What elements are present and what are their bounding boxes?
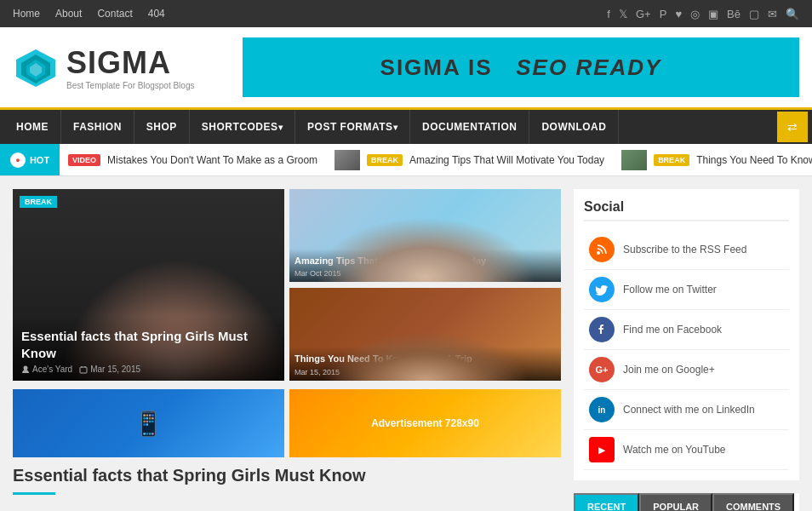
ipod-ad[interactable] — [13, 389, 284, 457]
top-social-icons: f 𝕏 G+ P ♥ ◎ ▣ Bē ▢ ✉ 🔍 — [607, 8, 799, 20]
social-twitter[interactable]: Follow me on Twitter — [584, 270, 789, 310]
youtube-social-icon: ▶ — [589, 437, 615, 462]
ticker-hot-label: ● HOT — [0, 144, 60, 176]
random-button[interactable]: ⇄ — [777, 112, 808, 142]
tabs-section: RECENT POPULAR COMMENTS Essential facts … — [574, 493, 799, 511]
twitter-social-icon — [589, 277, 615, 302]
nav-main-documentation[interactable]: DOCUMENTATION — [410, 110, 529, 144]
facebook-label: Find me on Facebook — [623, 324, 722, 336]
rss-label: Subscribe to the RSS Feed — [623, 244, 746, 256]
svg-point-8 — [597, 251, 600, 255]
twitter-label: Follow me on Twitter — [623, 284, 717, 296]
ticker-items: VIDEO Mistakes You Don't Want To Make as… — [68, 150, 812, 170]
nav-main-download[interactable]: DOWNLOAD — [529, 110, 619, 144]
calendar-icon — [79, 365, 88, 374]
logo-area: SIGMA Best Template For Blogspot Blogs — [13, 45, 226, 90]
advertisement-banner[interactable]: Advertisement 728x90 — [289, 389, 561, 457]
social-youtube[interactable]: ▶ Watch me on YouTube — [584, 430, 789, 470]
featured-side-bottom[interactable]: Things You Need To Know Before A Trip Ma… — [289, 288, 561, 381]
featured-main-overlay: Essential facts that Spring Girls Must K… — [13, 315, 284, 381]
twitter-icon[interactable]: 𝕏 — [619, 8, 627, 20]
tab-recent[interactable]: RECENT — [574, 493, 639, 511]
nav-main-shop[interactable]: SHOP — [134, 110, 190, 144]
facebook-social-icon — [589, 317, 615, 342]
featured-main-article[interactable]: BREAK Essential facts that Spring Girls … — [13, 189, 284, 381]
bottom-images: Advertisement 728x90 — [13, 389, 561, 457]
ticker-item-2: BREAK Amazing Tips That Will Motivate Yo… — [335, 150, 604, 170]
social-rss[interactable]: Subscribe to the RSS Feed — [584, 230, 789, 270]
top-navigation[interactable]: Home About Contact 404 — [13, 8, 165, 20]
tab-popular[interactable]: POPULAR — [639, 493, 712, 511]
site-header: SIGMA Best Template For Blogspot Blogs S… — [0, 27, 812, 110]
featured-side-top-overlay: Amazing Tips That Will Motivate You Toda… — [289, 249, 561, 282]
featured-side-bottom-overlay: Things You Need To Know Before A Trip Ma… — [289, 347, 561, 380]
ticker-item-3: BREAK Things You Need To Know Before A — [621, 150, 812, 170]
google-label: Join me on Google+ — [623, 364, 715, 376]
ad-text: Advertisement 728x90 — [371, 417, 479, 429]
featured-side-bottom-title: Things You Need To Know Before A Trip — [294, 353, 556, 365]
site-title: SIGMA — [66, 45, 194, 81]
ticker-thumb-2 — [335, 150, 360, 170]
logo-text: SIGMA Best Template For Blogspot Blogs — [66, 45, 194, 90]
featured-main-badge: BREAK — [20, 196, 57, 208]
ticker-text-1: Mistakes You Don't Want To Make as a Gro… — [107, 154, 317, 166]
featured-side-top-title: Amazing Tips That Will Motivate You Toda… — [294, 256, 556, 267]
svg-rect-5 — [80, 367, 87, 373]
nav-main-shortcodes[interactable]: SHORTCODES — [190, 110, 295, 144]
featured-main-meta: Ace's Yard Mar 15, 2015 — [21, 365, 276, 374]
social-section: Social Subscribe to the RSS Feed Follow … — [574, 189, 799, 480]
break-badge-3: BREAK — [654, 154, 689, 166]
google-social-icon: G+ — [589, 357, 615, 382]
social-facebook[interactable]: Find me on Facebook — [584, 310, 789, 350]
nav-main-home[interactable]: HOME — [4, 110, 61, 144]
behance-icon[interactable]: Bē — [727, 8, 741, 20]
video-badge: VIDEO — [68, 154, 100, 166]
sidebar: Social Subscribe to the RSS Feed Follow … — [574, 189, 799, 511]
heart-icon[interactable]: ♥ — [675, 8, 682, 20]
rss-icon[interactable]: ▣ — [708, 8, 718, 20]
facebook-icon[interactable]: f — [607, 8, 610, 20]
break-badge-2: BREAK — [367, 154, 403, 166]
nav-main-fashion[interactable]: FASHION — [61, 110, 134, 144]
ticker-thumb-3 — [621, 150, 647, 170]
search-icon[interactable]: 🔍 — [786, 8, 799, 20]
ticker-item-1: VIDEO Mistakes You Don't Want To Make as… — [68, 154, 317, 166]
ticker-text-3: Things You Need To Know Before A — [696, 154, 812, 166]
social-linkedin[interactable]: in Connect with me on LinkedIn — [584, 390, 789, 430]
nav-main-post-formats[interactable]: POST FORMATS — [295, 110, 410, 144]
logo-icon — [13, 46, 60, 89]
header-banner: SIGMA IS SEO READY — [243, 37, 799, 97]
google-plus-icon[interactable]: G+ — [636, 8, 651, 20]
linkedin-label: Connect with me on LinkedIn — [623, 404, 755, 416]
banner-text: SIGMA IS SEO READY — [380, 55, 662, 81]
date: Mar 15, 2015 — [79, 365, 140, 374]
youtube-label: Watch me on YouTube — [623, 444, 726, 456]
top-bar: Home About Contact 404 f 𝕏 G+ P ♥ ◎ ▣ Bē… — [0, 0, 812, 27]
news-ticker: ● HOT VIDEO Mistakes You Don't Want To M… — [0, 144, 812, 176]
nav-404[interactable]: 404 — [148, 8, 165, 20]
banner-text2: SEO READY — [516, 55, 661, 80]
instagram-icon[interactable]: ▢ — [749, 8, 759, 20]
site-subtitle: Best Template For Blogspot Blogs — [66, 81, 194, 90]
social-title: Social — [584, 199, 789, 221]
article-title-bar — [13, 492, 55, 495]
social-google[interactable]: G+ Join me on Google+ — [584, 350, 789, 390]
featured-side-top-date: Mar Oct 2015 — [294, 269, 556, 278]
author-icon — [21, 365, 30, 374]
featured-side-bottom-date: Mar 15, 2015 — [294, 368, 556, 376]
nav-contact[interactable]: Contact — [97, 8, 132, 20]
tab-comments[interactable]: COMMENTS — [712, 493, 794, 511]
featured-side-top[interactable]: Amazing Tips That Will Motivate You Toda… — [289, 189, 561, 282]
mail-icon[interactable]: ✉ — [768, 8, 777, 20]
article-title: Essential facts that Spring Girls Must K… — [13, 466, 561, 485]
linkedin-social-icon: in — [589, 397, 615, 422]
featured-grid: BREAK Essential facts that Spring Girls … — [13, 189, 561, 381]
tabs-header[interactable]: RECENT POPULAR COMMENTS — [574, 493, 799, 511]
main-navigation[interactable]: HOME FASHION SHOP SHORTCODES POST FORMAT… — [0, 110, 812, 144]
dribbble-icon[interactable]: ◎ — [690, 8, 700, 20]
pinterest-icon[interactable]: P — [660, 8, 667, 20]
rss-social-icon — [589, 237, 615, 262]
author: Ace's Yard — [21, 365, 72, 374]
nav-home[interactable]: Home — [13, 8, 40, 20]
nav-about[interactable]: About — [55, 8, 82, 20]
